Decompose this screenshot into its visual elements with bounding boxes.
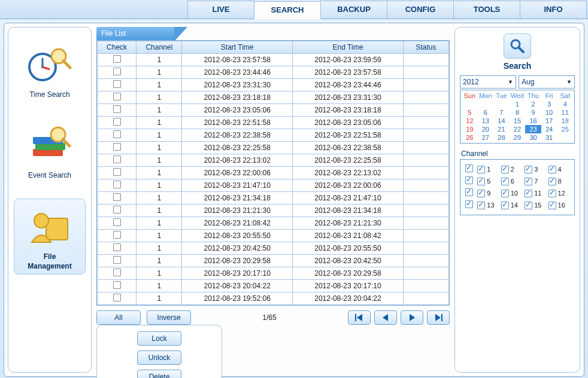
calendar-day[interactable]: 29 [510,133,526,142]
calendar-day[interactable]: 18 [557,117,573,125]
table-row[interactable]: 12012-08-23 20:29:582012-08-23 20:42:50 [98,255,449,267]
header-check[interactable]: Check [98,41,137,54]
table-row[interactable]: 12012-08-23 23:57:582012-08-23 23:59:59 [98,54,449,66]
channel-row-master-checkbox[interactable] [465,176,473,184]
table-row[interactable]: 12012-08-23 20:04:222012-08-23 20:17:10 [98,280,449,292]
tab-info[interactable]: INFO [520,1,587,19]
channel-cell[interactable]: 4 [548,166,569,173]
table-row[interactable]: 12012-08-23 22:51:582012-08-23 23:05:06 [98,117,449,129]
sidebar-item-file-management[interactable]: File Management [14,199,86,275]
calendar-day[interactable]: 1 [510,100,526,108]
channel-row-master-checkbox[interactable] [465,200,473,208]
channel-checkbox[interactable] [501,178,509,185]
channel-checkbox[interactable] [477,190,485,197]
calendar-day[interactable]: 31 [541,133,557,142]
channel-cell[interactable]: 7 [525,178,545,185]
calendar-day[interactable]: 11 [557,108,573,117]
calendar-day[interactable]: 5 [462,108,478,117]
row-checkbox[interactable] [113,193,121,201]
sidebar-item-time-search[interactable]: Time Search [14,37,86,102]
table-row[interactable]: 12012-08-23 22:13:022012-08-23 22:25:58 [98,154,449,167]
tab-live[interactable]: LIVE [187,1,254,19]
channel-cell[interactable]: 11 [525,190,545,197]
row-checkbox[interactable] [113,218,121,226]
table-row[interactable]: 12012-08-23 23:05:062012-08-23 23:18:18 [98,104,449,117]
calendar-day[interactable]: 25 [557,125,573,133]
calendar-day[interactable]: 12 [462,117,478,125]
first-page-button[interactable] [348,310,371,325]
tab-search[interactable]: SEARCH [254,1,321,19]
channel-cell[interactable]: 6 [501,178,522,185]
table-row[interactable]: 12012-08-23 23:18:182012-08-23 23:31:30 [98,92,449,104]
row-checkbox[interactable] [113,294,121,301]
channel-cell[interactable]: 12 [548,190,569,197]
channel-checkbox[interactable] [501,190,509,197]
row-checkbox[interactable] [113,231,121,239]
row-checkbox[interactable] [113,156,121,163]
channel-checkbox[interactable] [548,190,556,197]
channel-cell[interactable]: 14 [501,202,522,209]
calendar-day[interactable]: 27 [478,133,494,142]
calendar-day[interactable]: 28 [493,133,510,142]
channel-cell[interactable]: 9 [477,190,498,197]
row-checkbox[interactable] [113,168,121,176]
table-row[interactable]: 12012-08-23 23:31:302012-08-23 23:44:46 [98,79,449,92]
channel-cell[interactable]: 8 [548,178,569,185]
month-dropdown[interactable]: Aug ▼ [519,75,575,89]
channel-checkbox[interactable] [548,166,556,173]
calendar-day[interactable]: 26 [462,133,478,142]
channel-cell[interactable]: 2 [501,166,522,173]
channel-cell[interactable]: 13 [477,202,498,209]
channel-cell[interactable]: 10 [501,190,522,197]
delete-button[interactable]: Delete [137,370,181,378]
channel-cell[interactable]: 3 [525,166,545,173]
table-row[interactable]: 12012-08-23 20:42:502012-08-23 20:55:50 [98,242,449,255]
channel-checkbox[interactable] [525,178,532,185]
channel-row-master-checkbox[interactable] [465,164,473,172]
calendar-day[interactable]: 13 [478,117,494,125]
calendar-day[interactable]: 4 [557,100,573,108]
header-end[interactable]: End Time [293,41,404,54]
row-checkbox[interactable] [113,105,121,113]
calendar-day[interactable]: 22 [510,125,526,133]
channel-checkbox[interactable] [477,166,485,173]
channel-cell[interactable]: 5 [477,178,498,185]
channel-cell[interactable]: 1 [477,166,498,173]
prev-page-button[interactable] [374,310,397,325]
calendar-day[interactable]: 17 [541,117,557,125]
sidebar-item-event-search[interactable]: Event Search [14,118,86,183]
channel-checkbox[interactable] [525,190,532,197]
calendar-day[interactable]: 21 [493,125,510,133]
calendar-day[interactable]: 7 [493,108,510,117]
row-checkbox[interactable] [113,80,121,88]
row-checkbox[interactable] [113,181,121,188]
table-row[interactable]: 12012-08-23 22:38:582012-08-23 22:51:58 [98,129,449,142]
table-row[interactable]: 12012-08-23 21:47:102012-08-23 22:00:06 [98,179,449,192]
channel-checkbox[interactable] [477,178,485,185]
channel-checkbox[interactable] [548,202,556,209]
header-status[interactable]: Status [403,41,448,54]
table-row[interactable]: 12012-08-23 22:00:062012-08-23 22:13:02 [98,167,449,179]
table-row[interactable]: 12012-08-23 20:55:502012-08-23 21:08:42 [98,230,449,242]
channel-checkbox[interactable] [501,166,509,173]
channel-checkbox[interactable] [525,202,532,209]
tab-tools[interactable]: TOOLS [453,1,520,19]
calendar-day[interactable]: 14 [493,117,510,125]
row-checkbox[interactable] [113,206,121,214]
calendar-day[interactable]: 23 [525,125,541,133]
channel-checkbox[interactable] [477,202,485,209]
row-checkbox[interactable] [113,256,121,264]
tab-config[interactable]: CONFIG [387,1,454,19]
calendar-day[interactable]: 6 [478,108,494,117]
table-row[interactable]: 12012-08-23 20:17:102012-08-23 20:29:58 [98,267,449,280]
search-button[interactable] [504,33,531,59]
calendar-day[interactable]: 30 [525,133,541,142]
lock-button[interactable]: Lock [137,331,181,346]
calendar-day[interactable]: 19 [462,125,478,133]
channel-checkbox[interactable] [525,166,532,173]
header-channel[interactable]: Channel [137,41,182,54]
calendar-day[interactable]: 20 [478,125,494,133]
table-row[interactable]: 12012-08-23 21:08:422012-08-23 21:21:30 [98,217,449,230]
row-checkbox[interactable] [113,68,121,75]
channel-cell[interactable]: 16 [548,202,569,209]
